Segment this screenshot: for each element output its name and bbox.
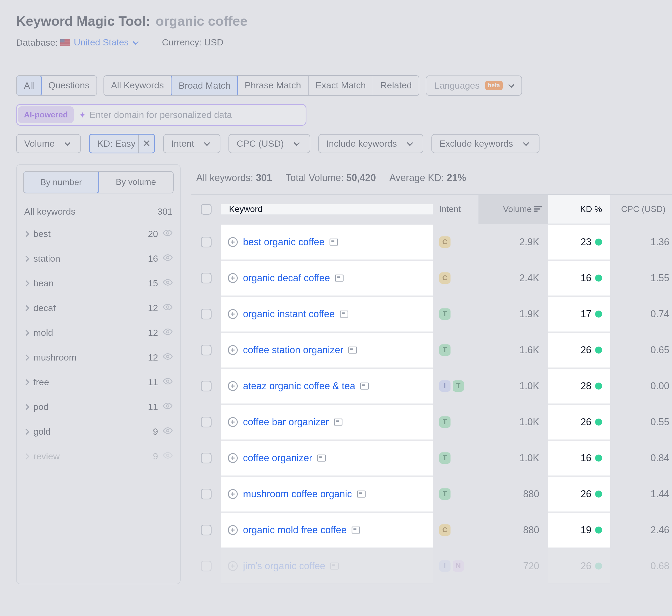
intent-badge[interactable]: T	[453, 380, 464, 392]
add-keyword-icon[interactable]	[227, 237, 238, 247]
serp-icon[interactable]	[335, 275, 344, 282]
col-cpc[interactable]: CPC (USD)	[610, 204, 672, 214]
eye-icon[interactable]	[163, 401, 172, 413]
tab-all-keywords[interactable]: All Keywords	[104, 76, 171, 95]
intent-badge[interactable]: I	[439, 380, 451, 392]
intent-badge[interactable]: T	[439, 416, 451, 428]
add-keyword-icon[interactable]	[227, 489, 238, 499]
sidebar-tab-by-number[interactable]: By number	[23, 171, 99, 193]
intent-badge[interactable]: I	[439, 560, 451, 572]
domain-input[interactable]: ✦ Enter domain for personalized data	[74, 106, 304, 124]
add-keyword-icon[interactable]	[227, 561, 238, 571]
row-checkbox[interactable]	[201, 273, 211, 283]
eye-icon[interactable]	[163, 327, 172, 339]
intent-badge[interactable]: C	[439, 272, 451, 284]
intent-badge[interactable]: N	[453, 560, 464, 572]
row-checkbox[interactable]	[201, 381, 211, 391]
intent-badge[interactable]: T	[439, 452, 451, 464]
serp-icon[interactable]	[349, 347, 357, 354]
eye-icon[interactable]	[163, 228, 172, 240]
row-checkbox[interactable]	[201, 453, 211, 463]
serp-icon[interactable]	[330, 563, 339, 570]
tab-phrase-match[interactable]: Phrase Match	[238, 76, 308, 95]
keyword-link[interactable]: coffee bar organizer	[243, 416, 329, 428]
tab-broad-match[interactable]: Broad Match	[171, 75, 238, 96]
eye-icon[interactable]	[163, 376, 172, 388]
sidebar-summary-label[interactable]: All keywords	[24, 206, 75, 217]
keyword-link[interactable]: organic decaf coffee	[243, 272, 330, 284]
cell-cpc: 2.46	[610, 524, 672, 536]
keyword-link[interactable]: organic instant coffee	[243, 308, 335, 320]
tab-exact-match[interactable]: Exact Match	[308, 76, 374, 95]
sidebar-item[interactable]: mold 12	[17, 320, 180, 345]
keyword-link[interactable]: ateaz organic coffee & tea	[243, 380, 356, 392]
sidebar-item[interactable]: pod 11	[17, 395, 180, 419]
keyword-link[interactable]: coffee station organizer	[243, 344, 344, 356]
keyword-link[interactable]: organic mold free coffee	[243, 524, 347, 536]
eye-icon[interactable]	[163, 451, 172, 462]
sidebar-item[interactable]: best 20	[17, 222, 180, 246]
languages-dropdown[interactable]: Languages beta	[426, 75, 522, 96]
col-kd[interactable]: KD %	[548, 195, 610, 224]
row-checkbox[interactable]	[201, 345, 211, 355]
filter-kd[interactable]: KD: Easy ✕	[89, 134, 155, 153]
serp-icon[interactable]	[334, 419, 343, 426]
eye-icon[interactable]	[163, 426, 172, 438]
add-keyword-icon[interactable]	[227, 417, 238, 427]
eye-icon[interactable]	[163, 253, 172, 265]
add-keyword-icon[interactable]	[227, 345, 238, 355]
database-selector[interactable]: United States	[60, 37, 138, 48]
keyword-link[interactable]: best organic coffee	[243, 236, 325, 248]
select-all-checkbox[interactable]	[201, 204, 211, 215]
row-checkbox[interactable]	[201, 489, 211, 499]
keyword-link[interactable]: jim's organic coffee	[243, 560, 325, 572]
eye-icon[interactable]	[163, 278, 172, 289]
sidebar-item[interactable]: bean 15	[17, 271, 180, 296]
add-keyword-icon[interactable]	[227, 525, 238, 535]
serp-icon[interactable]	[340, 311, 349, 318]
intent-badge[interactable]: T	[439, 488, 451, 500]
filter-intent[interactable]: Intent	[163, 134, 220, 153]
col-intent[interactable]: Intent	[433, 204, 479, 214]
col-volume[interactable]: Volume	[479, 195, 548, 224]
intent-badge[interactable]: T	[439, 344, 451, 356]
tab-questions[interactable]: Questions	[41, 76, 96, 95]
filter-include[interactable]: Include keywords	[318, 134, 423, 153]
sidebar-item[interactable]: gold 9	[17, 419, 180, 444]
add-keyword-icon[interactable]	[227, 381, 238, 391]
row-checkbox[interactable]	[201, 561, 211, 571]
sidebar-item[interactable]: review 9	[17, 444, 180, 469]
sidebar-item[interactable]: mushroom 12	[17, 345, 180, 370]
intent-badge[interactable]: C	[439, 236, 451, 248]
row-checkbox[interactable]	[201, 237, 211, 247]
sparkle-icon: ✦	[79, 110, 86, 120]
filter-exclude[interactable]: Exclude keywords	[432, 134, 540, 153]
tab-related[interactable]: Related	[374, 76, 419, 95]
sidebar-item[interactable]: decaf 12	[17, 296, 180, 320]
serp-icon[interactable]	[352, 527, 360, 534]
serp-icon[interactable]	[329, 239, 338, 246]
col-keyword[interactable]: Keyword	[221, 204, 433, 215]
keyword-link[interactable]: coffee organizer	[243, 452, 312, 464]
sidebar-item[interactable]: free 11	[17, 370, 180, 395]
close-icon[interactable]: ✕	[138, 135, 154, 153]
sidebar-tab-by-volume[interactable]: By volume	[99, 172, 173, 193]
row-checkbox[interactable]	[201, 309, 211, 319]
sidebar-item[interactable]: station 16	[17, 246, 180, 271]
row-checkbox[interactable]	[201, 417, 211, 427]
row-checkbox[interactable]	[201, 525, 211, 535]
intent-badge[interactable]: T	[439, 308, 451, 320]
filter-cpc[interactable]: CPC (USD)	[228, 134, 310, 153]
eye-icon[interactable]	[163, 352, 172, 363]
tab-all[interactable]: All	[16, 75, 42, 96]
serp-icon[interactable]	[360, 383, 369, 390]
add-keyword-icon[interactable]	[227, 453, 238, 463]
keyword-link[interactable]: mushroom coffee organic	[243, 488, 352, 500]
filter-volume[interactable]: Volume	[16, 134, 81, 153]
add-keyword-icon[interactable]	[227, 309, 238, 319]
serp-icon[interactable]	[317, 455, 326, 462]
intent-badge[interactable]: C	[439, 524, 451, 536]
serp-icon[interactable]	[357, 491, 366, 498]
eye-icon[interactable]	[163, 302, 172, 314]
add-keyword-icon[interactable]	[227, 273, 238, 283]
